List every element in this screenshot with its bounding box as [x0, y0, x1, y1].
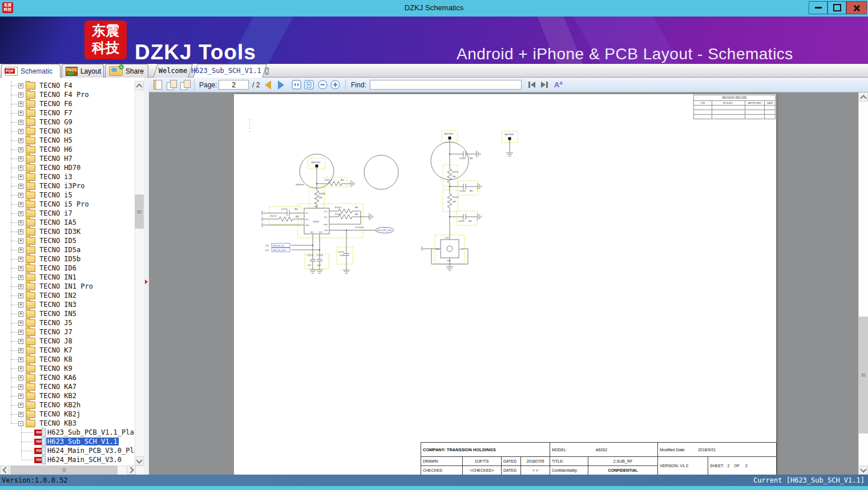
next-page-button[interactable]	[278, 80, 284, 90]
tree-item[interactable]: +TECNO KB2j	[0, 410, 135, 419]
tree-item[interactable]: +TECNO F7	[0, 108, 135, 118]
tree-item[interactable]: +TECNO i5	[0, 191, 135, 200]
scroll-right-button[interactable]	[127, 465, 136, 475]
find-next-icon[interactable]	[540, 81, 549, 88]
expand-box-icon[interactable]: +	[18, 330, 23, 335]
tree-item[interactable]: +TECNO IA5	[0, 218, 135, 227]
expand-box-icon[interactable]: +	[18, 257, 23, 262]
rotate-right-icon[interactable]	[167, 80, 177, 90]
tree-item[interactable]: +TECNO IN2	[0, 291, 135, 300]
tree-item[interactable]: +TECNO G9	[0, 118, 135, 127]
tree-hscroll-thumb[interactable]	[10, 465, 118, 475]
tree-item[interactable]: +TECNO K8	[0, 355, 135, 364]
tree-item[interactable]: +TECNO KA6	[0, 373, 135, 382]
tree-item[interactable]: +TECNO K7	[0, 346, 135, 355]
tree-item[interactable]: -TECNO KB3	[0, 419, 135, 428]
expand-box-icon[interactable]: +	[18, 175, 23, 180]
expand-box-icon[interactable]: +	[18, 348, 23, 353]
tree-item[interactable]: +TECNO H7	[0, 154, 135, 163]
find-input[interactable]	[370, 80, 522, 90]
expand-box-icon[interactable]: +	[18, 147, 23, 152]
tree-item[interactable]: +TECNO i5 Pro	[0, 200, 135, 209]
tree-item[interactable]: +TECNO i3Pro	[0, 181, 135, 191]
expand-box-icon[interactable]: +	[18, 311, 23, 317]
panel-splitter[interactable]	[144, 78, 149, 475]
tree-item[interactable]: +TECNO ID5	[0, 236, 135, 245]
tree-item[interactable]: +TECNO K9	[0, 364, 135, 373]
close-tab-icon[interactable]: x	[265, 67, 269, 75]
scroll-down-button[interactable]	[858, 465, 868, 475]
zoom-in-button[interactable]	[330, 80, 340, 90]
tree-item[interactable]: +TECNO H6	[0, 145, 135, 154]
expand-box-icon[interactable]: +	[18, 156, 23, 161]
expand-box-icon[interactable]: +	[18, 83, 23, 88]
expand-box-icon[interactable]: +	[18, 403, 23, 408]
doc-tab-current[interactable]: H623_Sub_SCH_V1.1 x	[193, 64, 267, 78]
tab-schematic[interactable]: PDF Schematic	[1, 64, 60, 78]
expand-box-icon[interactable]: +	[18, 165, 23, 171]
doc-tab-welcome[interactable]: Welcome	[153, 64, 193, 78]
expand-box-icon[interactable]: +	[18, 184, 23, 189]
expand-box-icon[interactable]: +	[18, 384, 23, 390]
expand-box-icon[interactable]: +	[18, 202, 23, 207]
tree-item[interactable]: +TECNO ID5b	[0, 254, 135, 264]
tree-item[interactable]: PDFH623_Sub_SCH_V1.1	[0, 437, 135, 446]
scroll-up-button[interactable]	[135, 81, 144, 90]
minimize-button[interactable]	[809, 1, 827, 14]
collapse-box-icon[interactable]: -	[18, 421, 23, 426]
expand-box-icon[interactable]: +	[18, 321, 23, 326]
tree-item[interactable]: PDFH624_Main_PCB_V3.0_Placem	[0, 446, 135, 455]
expand-box-icon[interactable]: +	[18, 357, 23, 362]
tree-item[interactable]: +TECNO H3	[0, 127, 135, 136]
maximize-button[interactable]	[827, 1, 846, 14]
zoom-out-button[interactable]	[318, 80, 328, 90]
tree-item[interactable]: PDFH623_Sub_PCB_V1.1_Placeme	[0, 428, 135, 437]
expand-box-icon[interactable]: +	[18, 120, 23, 125]
fit-width-button[interactable]	[292, 80, 301, 90]
tree-item[interactable]: +TECNO J7	[0, 327, 135, 337]
tree-item[interactable]: +TECNO ID5a	[0, 245, 135, 254]
expand-box-icon[interactable]: +	[18, 138, 23, 143]
expand-box-icon[interactable]: +	[18, 220, 23, 225]
tree-item[interactable]: +TECNO F6	[0, 99, 135, 108]
doc-vscroll-thumb[interactable]	[858, 317, 868, 434]
expand-box-icon[interactable]: +	[18, 293, 23, 298]
fit-page-button[interactable]	[304, 80, 314, 90]
tree-item[interactable]: +TECNO i7	[0, 209, 135, 218]
expand-box-icon[interactable]: +	[18, 275, 23, 280]
tree-vscroll-thumb[interactable]	[135, 195, 144, 229]
expand-box-icon[interactable]: +	[18, 394, 23, 399]
expand-box-icon[interactable]: +	[18, 193, 23, 198]
close-button[interactable]	[846, 1, 867, 14]
scroll-down-button[interactable]	[135, 456, 144, 465]
tree-item[interactable]: +TECNO J5	[0, 318, 135, 327]
tab-share[interactable]: Share	[105, 64, 148, 78]
expand-box-icon[interactable]: +	[18, 111, 23, 116]
page-number-input[interactable]	[219, 80, 249, 90]
expand-box-icon[interactable]: +	[18, 238, 23, 244]
document-viewport[interactable]: ANT201 50ohm R212 NC R209 0R	[149, 92, 868, 475]
tree-item[interactable]: +TECNO F4	[0, 81, 135, 90]
match-case-icon[interactable]: Aa	[554, 80, 562, 89]
tree-item[interactable]: +TECNO ID6	[0, 264, 135, 273]
tree-item[interactable]: +TECNO KB2	[0, 391, 135, 400]
expand-box-icon[interactable]: +	[18, 229, 23, 234]
scroll-left-button[interactable]	[0, 465, 9, 475]
tree-item[interactable]: +TECNO IN3	[0, 300, 135, 309]
expand-box-icon[interactable]: +	[18, 375, 23, 380]
document-properties-icon[interactable]	[154, 80, 162, 90]
tree-item[interactable]: +TECNO KB2h	[0, 400, 135, 410]
expand-box-icon[interactable]: +	[18, 284, 23, 289]
tree-item[interactable]: +TECNO IN1	[0, 273, 135, 282]
tree-item[interactable]: +TECNO i3	[0, 172, 135, 181]
expand-box-icon[interactable]: +	[18, 102, 23, 107]
expand-box-icon[interactable]: +	[18, 339, 23, 344]
expand-box-icon[interactable]: +	[18, 129, 23, 134]
expand-box-icon[interactable]: +	[18, 248, 23, 253]
rotate-left-icon[interactable]	[180, 80, 191, 90]
expand-box-icon[interactable]: +	[18, 412, 23, 417]
tree-vscrollbar[interactable]	[135, 81, 144, 465]
tree-item[interactable]: +TECNO IN5	[0, 309, 135, 318]
tree-item[interactable]: +TECNO HD70	[0, 163, 135, 172]
tree-item[interactable]: +TECNO KA7	[0, 382, 135, 391]
